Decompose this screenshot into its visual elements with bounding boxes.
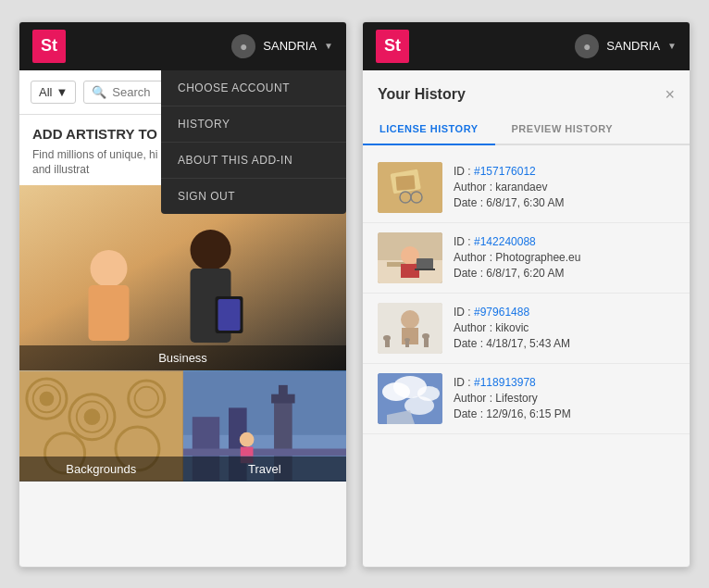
history-title: Your History (378, 86, 466, 103)
history-item-id-link-4[interactable]: #118913978 (474, 376, 536, 389)
svg-point-43 (401, 310, 419, 329)
menu-item-choose-account[interactable]: CHOOSE ACCOUNT (161, 70, 346, 106)
all-label: All (39, 85, 52, 99)
history-header: Your History × (363, 70, 690, 114)
history-thumb-image-1 (378, 162, 442, 213)
user-avatar: ● (231, 34, 255, 58)
svg-point-13 (84, 408, 101, 425)
history-thumb-image-2 (378, 232, 442, 283)
tab-license-history[interactable]: LICENSE HISTORY (363, 114, 495, 145)
history-item-4: ID : #118913978 Author : Lifestory Date … (363, 364, 690, 434)
search-icon: 🔍 (92, 85, 106, 99)
svg-point-10 (40, 392, 55, 407)
history-item-2: ID : #142240088 Author : Photographee.eu… (363, 223, 690, 294)
history-item-info-4: ID : #118913978 Author : Lifestory Date … (454, 376, 675, 420)
backgrounds-label: Backgrounds (19, 457, 183, 482)
header-user-area: ● SANDRIA ▼ (231, 34, 333, 58)
travel-label: Travel (183, 457, 347, 482)
svg-rect-24 (278, 385, 287, 399)
history-item-info-3: ID : #97961488 Author : kikovic Date : 4… (454, 306, 675, 350)
chevron-down-icon[interactable]: ▼ (324, 41, 333, 51)
history-item-id-link-1[interactable]: #157176012 (474, 165, 536, 178)
history-item-author-1: Author : karandaev (454, 181, 675, 194)
right-header: St ● SANDRIA ▼ (363, 22, 690, 70)
menu-item-about[interactable]: ABOUT THIS ADD-IN (161, 143, 346, 179)
history-thumb-1 (378, 162, 442, 213)
svg-point-1 (91, 250, 128, 287)
all-dropdown[interactable]: All ▼ (31, 81, 76, 104)
right-panel: St ● SANDRIA ▼ Your History × LICENSE HI… (362, 21, 690, 568)
right-adobe-stock-logo: St (376, 30, 409, 63)
history-thumb-image-4 (378, 373, 442, 424)
right-username-label: SANDRIA (606, 39, 660, 53)
right-chevron-down-icon[interactable]: ▼ (667, 41, 677, 51)
history-item-id-4: ID : #118913978 (454, 376, 675, 389)
menu-item-history[interactable]: HISTORY (161, 106, 346, 143)
svg-rect-2 (89, 285, 130, 341)
history-item-date-2: Date : 6/8/17, 6:20 AM (454, 267, 675, 280)
svg-point-48 (404, 338, 410, 342)
left-header: St ● SANDRIA ▼ (19, 22, 346, 70)
username-label: SANDRIA (263, 39, 317, 53)
right-header-user-area: ● SANDRIA ▼ (575, 34, 677, 58)
history-thumb-4 (378, 373, 442, 424)
history-item-id-link-3[interactable]: #97961488 (474, 306, 529, 319)
history-item-3: ID : #97961488 Author : kikovic Date : 4… (363, 294, 690, 364)
dropdown-menu: CHOOSE ACCOUNT HISTORY ABOUT THIS ADD-IN… (161, 70, 346, 214)
history-item-date-4: Date : 12/9/16, 6:15 PM (454, 407, 675, 420)
left-panel: St ● SANDRIA ▼ All ▼ 🔍 9 Images CHOOSE A… (19, 21, 347, 568)
history-item-info-1: ID : #157176012 Author : karandaev Date … (454, 165, 675, 209)
history-thumb-2 (378, 232, 442, 283)
svg-point-50 (422, 333, 429, 339)
history-thumb-3 (378, 303, 442, 354)
history-item-info-2: ID : #142240088 Author : Photographee.eu… (454, 235, 675, 280)
history-thumb-image-3 (378, 303, 442, 354)
history-item-id-2: ID : #142240088 (454, 235, 675, 248)
tab-preview-history[interactable]: PREVIEW HISTORY (495, 114, 630, 145)
history-item-id-3: ID : #97961488 (454, 306, 675, 319)
menu-item-sign-out[interactable]: SIGN OUT (161, 179, 346, 214)
svg-rect-40 (417, 258, 433, 269)
adobe-stock-logo: St (32, 30, 66, 63)
history-item-date-1: Date : 6/8/17, 6:30 AM (454, 196, 675, 209)
history-close-button[interactable]: × (665, 85, 675, 105)
dropdown-chevron-icon: ▼ (56, 85, 68, 99)
svg-point-46 (383, 335, 391, 341)
history-item-1: ID : #157176012 Author : karandaev Date … (363, 153, 690, 223)
history-item-author-2: Author : Photographee.eu (454, 251, 675, 264)
history-item-date-3: Date : 4/18/17, 5:43 AM (454, 337, 675, 350)
svg-rect-44 (402, 328, 418, 344)
svg-rect-41 (415, 269, 435, 270)
right-user-avatar: ● (575, 34, 599, 58)
travel-image: Travel (183, 370, 347, 482)
svg-rect-31 (395, 175, 415, 191)
business-label: Business (19, 345, 346, 370)
history-tabs: LICENSE HISTORY PREVIEW HISTORY (363, 114, 690, 145)
history-item-author-3: Author : kikovic (454, 321, 675, 334)
svg-rect-25 (183, 449, 347, 457)
backgrounds-image: Backgrounds (19, 370, 183, 482)
history-item-id-link-2[interactable]: #142240088 (474, 235, 536, 248)
svg-rect-6 (218, 299, 241, 331)
history-item-author-4: Author : Lifestory (454, 392, 675, 405)
grid-images: Backgrounds (19, 370, 346, 482)
history-item-id-1: ID : #157176012 (454, 165, 675, 178)
history-list: ID : #157176012 Author : karandaev Date … (363, 145, 690, 442)
svg-point-26 (239, 432, 254, 447)
svg-point-3 (191, 230, 231, 270)
